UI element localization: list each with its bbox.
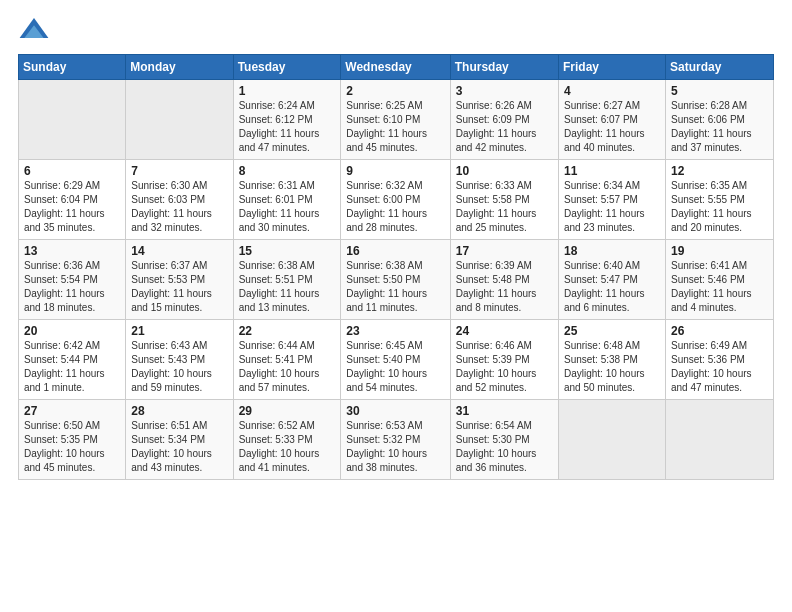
day-number: 13 — [24, 244, 120, 258]
day-cell: 16Sunrise: 6:38 AM Sunset: 5:50 PM Dayli… — [341, 240, 450, 320]
weekday-header-saturday: Saturday — [665, 55, 773, 80]
day-info: Sunrise: 6:28 AM Sunset: 6:06 PM Dayligh… — [671, 99, 768, 155]
day-cell: 13Sunrise: 6:36 AM Sunset: 5:54 PM Dayli… — [19, 240, 126, 320]
day-info: Sunrise: 6:39 AM Sunset: 5:48 PM Dayligh… — [456, 259, 553, 315]
weekday-header-tuesday: Tuesday — [233, 55, 341, 80]
calendar-table: SundayMondayTuesdayWednesdayThursdayFrid… — [18, 54, 774, 480]
day-info: Sunrise: 6:53 AM Sunset: 5:32 PM Dayligh… — [346, 419, 444, 475]
day-number: 20 — [24, 324, 120, 338]
day-number: 8 — [239, 164, 336, 178]
day-number: 14 — [131, 244, 227, 258]
day-info: Sunrise: 6:51 AM Sunset: 5:34 PM Dayligh… — [131, 419, 227, 475]
day-cell: 28Sunrise: 6:51 AM Sunset: 5:34 PM Dayli… — [126, 400, 233, 480]
day-info: Sunrise: 6:31 AM Sunset: 6:01 PM Dayligh… — [239, 179, 336, 235]
day-cell: 8Sunrise: 6:31 AM Sunset: 6:01 PM Daylig… — [233, 160, 341, 240]
day-cell: 12Sunrise: 6:35 AM Sunset: 5:55 PM Dayli… — [665, 160, 773, 240]
day-cell: 15Sunrise: 6:38 AM Sunset: 5:51 PM Dayli… — [233, 240, 341, 320]
day-number: 7 — [131, 164, 227, 178]
weekday-header-friday: Friday — [558, 55, 665, 80]
day-cell: 24Sunrise: 6:46 AM Sunset: 5:39 PM Dayli… — [450, 320, 558, 400]
day-info: Sunrise: 6:41 AM Sunset: 5:46 PM Dayligh… — [671, 259, 768, 315]
day-cell — [665, 400, 773, 480]
day-number: 16 — [346, 244, 444, 258]
day-cell: 25Sunrise: 6:48 AM Sunset: 5:38 PM Dayli… — [558, 320, 665, 400]
day-cell: 11Sunrise: 6:34 AM Sunset: 5:57 PM Dayli… — [558, 160, 665, 240]
header — [18, 10, 774, 46]
day-info: Sunrise: 6:49 AM Sunset: 5:36 PM Dayligh… — [671, 339, 768, 395]
day-number: 10 — [456, 164, 553, 178]
day-number: 31 — [456, 404, 553, 418]
day-number: 2 — [346, 84, 444, 98]
day-number: 29 — [239, 404, 336, 418]
week-row-5: 27Sunrise: 6:50 AM Sunset: 5:35 PM Dayli… — [19, 400, 774, 480]
day-info: Sunrise: 6:37 AM Sunset: 5:53 PM Dayligh… — [131, 259, 227, 315]
day-cell: 3Sunrise: 6:26 AM Sunset: 6:09 PM Daylig… — [450, 80, 558, 160]
day-cell: 29Sunrise: 6:52 AM Sunset: 5:33 PM Dayli… — [233, 400, 341, 480]
day-cell: 5Sunrise: 6:28 AM Sunset: 6:06 PM Daylig… — [665, 80, 773, 160]
weekday-header-monday: Monday — [126, 55, 233, 80]
day-info: Sunrise: 6:40 AM Sunset: 5:47 PM Dayligh… — [564, 259, 660, 315]
day-number: 11 — [564, 164, 660, 178]
day-cell: 23Sunrise: 6:45 AM Sunset: 5:40 PM Dayli… — [341, 320, 450, 400]
day-number: 3 — [456, 84, 553, 98]
weekday-header-sunday: Sunday — [19, 55, 126, 80]
day-cell: 22Sunrise: 6:44 AM Sunset: 5:41 PM Dayli… — [233, 320, 341, 400]
day-info: Sunrise: 6:32 AM Sunset: 6:00 PM Dayligh… — [346, 179, 444, 235]
day-number: 19 — [671, 244, 768, 258]
day-cell: 6Sunrise: 6:29 AM Sunset: 6:04 PM Daylig… — [19, 160, 126, 240]
logo-icon — [18, 14, 50, 46]
day-info: Sunrise: 6:44 AM Sunset: 5:41 PM Dayligh… — [239, 339, 336, 395]
day-info: Sunrise: 6:43 AM Sunset: 5:43 PM Dayligh… — [131, 339, 227, 395]
day-cell: 17Sunrise: 6:39 AM Sunset: 5:48 PM Dayli… — [450, 240, 558, 320]
day-info: Sunrise: 6:52 AM Sunset: 5:33 PM Dayligh… — [239, 419, 336, 475]
day-cell: 21Sunrise: 6:43 AM Sunset: 5:43 PM Dayli… — [126, 320, 233, 400]
day-number: 28 — [131, 404, 227, 418]
logo — [18, 14, 54, 46]
day-number: 4 — [564, 84, 660, 98]
day-cell: 2Sunrise: 6:25 AM Sunset: 6:10 PM Daylig… — [341, 80, 450, 160]
day-cell — [126, 80, 233, 160]
weekday-header-wednesday: Wednesday — [341, 55, 450, 80]
day-info: Sunrise: 6:33 AM Sunset: 5:58 PM Dayligh… — [456, 179, 553, 235]
day-info: Sunrise: 6:48 AM Sunset: 5:38 PM Dayligh… — [564, 339, 660, 395]
day-info: Sunrise: 6:35 AM Sunset: 5:55 PM Dayligh… — [671, 179, 768, 235]
week-row-1: 1Sunrise: 6:24 AM Sunset: 6:12 PM Daylig… — [19, 80, 774, 160]
day-cell: 20Sunrise: 6:42 AM Sunset: 5:44 PM Dayli… — [19, 320, 126, 400]
day-number: 17 — [456, 244, 553, 258]
day-info: Sunrise: 6:38 AM Sunset: 5:50 PM Dayligh… — [346, 259, 444, 315]
day-number: 30 — [346, 404, 444, 418]
day-cell: 9Sunrise: 6:32 AM Sunset: 6:00 PM Daylig… — [341, 160, 450, 240]
day-number: 24 — [456, 324, 553, 338]
day-number: 15 — [239, 244, 336, 258]
week-row-2: 6Sunrise: 6:29 AM Sunset: 6:04 PM Daylig… — [19, 160, 774, 240]
day-number: 22 — [239, 324, 336, 338]
day-cell: 7Sunrise: 6:30 AM Sunset: 6:03 PM Daylig… — [126, 160, 233, 240]
day-info: Sunrise: 6:46 AM Sunset: 5:39 PM Dayligh… — [456, 339, 553, 395]
day-number: 21 — [131, 324, 227, 338]
day-cell: 18Sunrise: 6:40 AM Sunset: 5:47 PM Dayli… — [558, 240, 665, 320]
day-info: Sunrise: 6:29 AM Sunset: 6:04 PM Dayligh… — [24, 179, 120, 235]
day-info: Sunrise: 6:25 AM Sunset: 6:10 PM Dayligh… — [346, 99, 444, 155]
day-info: Sunrise: 6:54 AM Sunset: 5:30 PM Dayligh… — [456, 419, 553, 475]
day-cell — [19, 80, 126, 160]
day-number: 9 — [346, 164, 444, 178]
week-row-3: 13Sunrise: 6:36 AM Sunset: 5:54 PM Dayli… — [19, 240, 774, 320]
day-cell: 4Sunrise: 6:27 AM Sunset: 6:07 PM Daylig… — [558, 80, 665, 160]
day-number: 23 — [346, 324, 444, 338]
week-row-4: 20Sunrise: 6:42 AM Sunset: 5:44 PM Dayli… — [19, 320, 774, 400]
day-cell: 19Sunrise: 6:41 AM Sunset: 5:46 PM Dayli… — [665, 240, 773, 320]
day-cell — [558, 400, 665, 480]
day-info: Sunrise: 6:38 AM Sunset: 5:51 PM Dayligh… — [239, 259, 336, 315]
day-info: Sunrise: 6:42 AM Sunset: 5:44 PM Dayligh… — [24, 339, 120, 395]
day-cell: 27Sunrise: 6:50 AM Sunset: 5:35 PM Dayli… — [19, 400, 126, 480]
day-cell: 26Sunrise: 6:49 AM Sunset: 5:36 PM Dayli… — [665, 320, 773, 400]
day-number: 1 — [239, 84, 336, 98]
day-cell: 14Sunrise: 6:37 AM Sunset: 5:53 PM Dayli… — [126, 240, 233, 320]
day-cell: 31Sunrise: 6:54 AM Sunset: 5:30 PM Dayli… — [450, 400, 558, 480]
day-info: Sunrise: 6:34 AM Sunset: 5:57 PM Dayligh… — [564, 179, 660, 235]
day-number: 6 — [24, 164, 120, 178]
day-number: 25 — [564, 324, 660, 338]
day-info: Sunrise: 6:26 AM Sunset: 6:09 PM Dayligh… — [456, 99, 553, 155]
weekday-header-thursday: Thursday — [450, 55, 558, 80]
day-number: 5 — [671, 84, 768, 98]
